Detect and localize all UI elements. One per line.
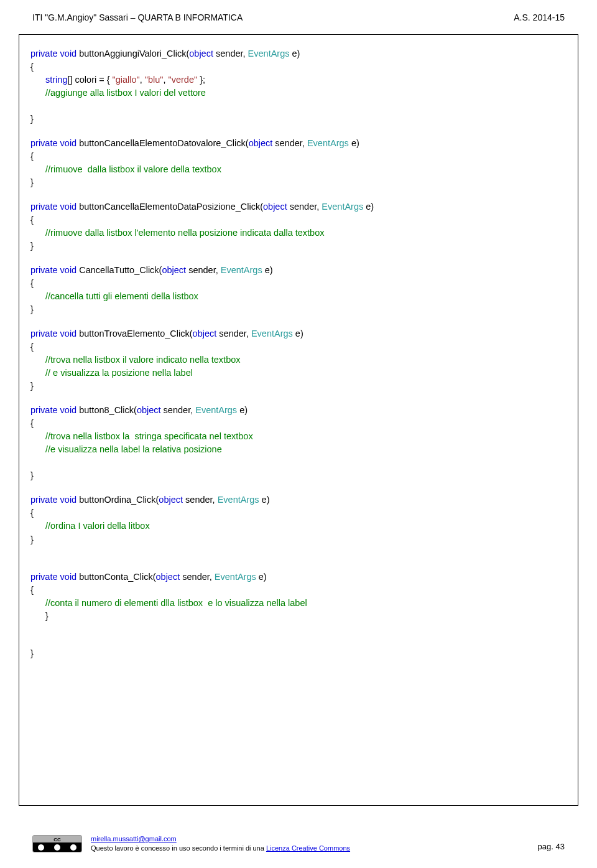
method-name: buttonAggiungiValori_Click( [76,49,189,58]
sig-tail: sender, [272,138,307,148]
kw-object: object [137,405,161,415]
page-label: pag. [538,842,556,851]
method-name: CancellaTutto_Click( [76,265,162,275]
type-eventargs: EventArgs [215,572,256,582]
header-right: A.S. 2014-15 [514,11,565,24]
sig-end: e) [349,138,359,148]
kw-void: void [60,329,77,338]
method-name: buttonTrovaElemento_Click( [76,329,192,338]
brace-close: } [30,380,567,393]
license-prefix: Questo lavoro è concesso in uso secondo … [91,844,266,852]
kw-object: object [193,329,217,338]
footer-text: mirella.mussatti@gmail.com Questo lavoro… [91,834,350,853]
brace-open: { [30,584,567,597]
page-num-value: 43 [556,842,565,851]
cc-nc-icon [54,844,60,851]
sig-end: e) [293,329,303,338]
page-footer: CC mirella.mussatti@gmail.com Questo lav… [32,834,565,853]
method-trova-elemento: private void buttonTrovaElemento_Click(o… [30,327,567,393]
brace-close: } [30,113,567,126]
kw-void: void [60,405,77,415]
kw-void: void [60,265,77,275]
sig-tail: sender, [161,405,196,415]
sig-end: e) [363,202,374,212]
kw-private: private [30,495,58,505]
brace-open: { [30,506,567,520]
method-cancella-datovalore: private void buttonCancellaElementoDatov… [30,137,567,189]
string-literal: "blu" [145,75,164,85]
brace-open: { [30,213,567,226]
kw-private: private [30,49,58,58]
comment: //ordina I valori della litbox [30,520,567,533]
kw-object: object [189,49,213,58]
kw-private: private [30,405,58,415]
brace-close: } [30,469,567,482]
cc-by-icon [38,844,44,851]
cc-sa-icon [70,844,76,851]
method-name: buttonOrdina_Click( [76,495,159,505]
kw-object: object [249,138,273,148]
brace-open: { [30,150,567,163]
method-name: buttonConta_Click( [76,572,155,582]
method-conta: private void buttonConta_Click(object se… [30,571,567,623]
brace-open: { [30,60,567,73]
comment: //rimuove dalla listbox l'elemento nella… [30,226,567,240]
type-eventargs: EventArgs [218,495,259,505]
kw-void: void [60,572,77,582]
brace-close: } [30,176,567,189]
kw-private: private [30,138,58,148]
page-number: pag. 43 [538,841,565,853]
text: , [163,75,168,85]
method-cancella-tutto: private void CancellaTutto_Click(object … [30,264,567,316]
kw-void: void [60,49,77,58]
type-eventargs: EventArgs [248,49,290,58]
method-name: buttonCancellaElementoDataPosizione_Clic… [76,202,263,212]
text: [] colori = { [67,75,112,85]
method-name: button8_Click( [76,405,137,415]
sig-tail: sender, [216,329,251,338]
sig-end: e) [256,572,267,582]
kw-object: object [156,572,180,582]
kw-private: private [30,265,58,275]
kw-void: void [60,495,77,505]
comment: //aggiunge alla listbox I valori del vet… [30,86,567,100]
sig-tail: sender, [186,265,221,275]
license-link[interactable]: Licenza Creative Commons [266,844,350,852]
brace-open: { [30,277,567,290]
method-cancella-data-posizione: private void buttonCancellaElementoDataP… [30,200,567,253]
brace-open: { [30,417,567,430]
comment: //e visualizza nella label la relativa p… [30,443,567,456]
sig-tail: sender, [213,49,248,58]
sig-end: e) [262,265,273,275]
string-literal: "verde" [169,75,198,85]
comment: //rimuove dalla listbox il valore della … [30,163,567,176]
kw-object: object [263,202,287,212]
text: , [140,75,145,85]
text: }; [197,75,205,85]
sig-tail: sender, [287,202,322,212]
brace-close: } [30,303,567,316]
type-eventargs: EventArgs [307,138,349,148]
brace-close: } [30,610,567,623]
comment: //trova nella listbox il valore indicato… [30,353,567,366]
type-eventargs: EventArgs [251,329,293,338]
footer-email-link[interactable]: mirella.mussatti@gmail.com [91,835,177,842]
brace-open: { [30,340,567,353]
brace-close: } [30,240,567,253]
sig-end: e) [290,49,300,58]
comment: // e visualizza la posizione nella label [30,366,567,380]
sig-tail: sender, [183,495,218,505]
page-header: ITI "G.M.Angioy" Sassari – QUARTA B INFO… [32,11,565,24]
type-eventargs: EventArgs [322,202,363,212]
comment: //trova nella listbox la stringa specifi… [30,430,567,443]
type-eventargs: EventArgs [221,265,262,275]
kw-private: private [30,202,58,212]
type-eventargs: EventArgs [195,405,237,415]
comment: //conta il numero di elementi dlla listb… [30,597,567,610]
method-ordina: private void buttonOrdina_Click(object s… [30,493,567,546]
kw-object: object [159,495,183,505]
method-button8: private void button8_Click(object sender… [30,404,567,482]
sig-end: e) [259,495,270,505]
kw-private: private [30,572,58,582]
string-literal: "giallo" [113,75,140,85]
